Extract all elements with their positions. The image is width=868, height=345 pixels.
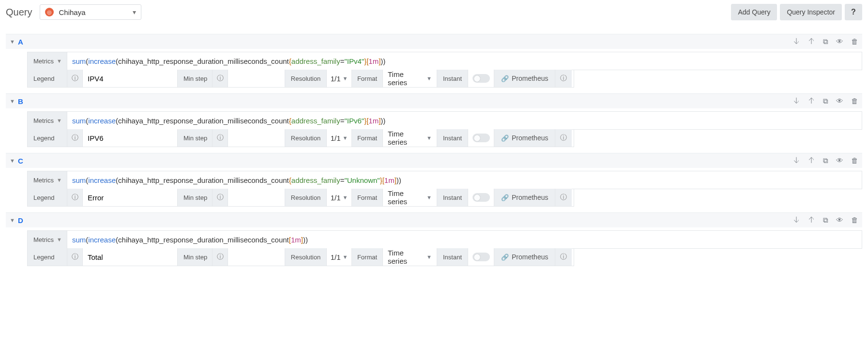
metrics-row: Metrics▼ sum(increase(chihaya_http_respo… — [27, 171, 862, 189]
minstep-input[interactable] — [228, 189, 285, 206]
resolution-select[interactable]: 1/1▼ — [327, 189, 352, 206]
minstep-input[interactable] — [228, 129, 285, 147]
minstep-label: Min step — [178, 70, 213, 87]
query-collapse-toggle[interactable]: ▼ B — [10, 97, 23, 105]
metrics-label[interactable]: Metrics▼ — [28, 171, 67, 189]
duplicate-icon[interactable]: ⧉ — [823, 97, 828, 105]
legend-input-wrap — [83, 248, 178, 266]
query-collapse-toggle[interactable]: ▼ C — [10, 157, 23, 165]
minstep-info-icon[interactable]: ⓘ — [213, 70, 228, 87]
resolution-label: Resolution — [285, 248, 327, 266]
format-select[interactable]: Time series▼ — [383, 248, 437, 266]
prometheus-link[interactable]: 🔗Prometheus — [494, 70, 555, 87]
trailing-info-icon[interactable]: ⓘ — [555, 248, 572, 266]
legend-info-icon[interactable]: ⓘ — [67, 248, 83, 266]
toggle-visibility-icon[interactable]: 👁 — [836, 156, 843, 165]
metrics-label[interactable]: Metrics▼ — [28, 112, 67, 129]
query-collapse-toggle[interactable]: ▼ A — [10, 38, 23, 46]
minstep-info-icon[interactable]: ⓘ — [213, 129, 228, 147]
instant-toggle[interactable] — [472, 134, 490, 142]
move-up-icon[interactable]: 🡡 — [808, 156, 815, 165]
minstep-info-icon[interactable]: ⓘ — [213, 248, 228, 266]
toggle-visibility-icon[interactable]: 👁 — [836, 97, 843, 105]
query-row-C: ▼ C 🡣 🡡 ⧉ 👁 🗑 Metrics▼ sum(increase(chih… — [6, 153, 862, 212]
prometheus-link[interactable]: 🔗Prometheus — [494, 248, 555, 266]
legend-label: Legend — [28, 129, 67, 147]
query-collapse-toggle[interactable]: ▼ D — [10, 216, 23, 225]
toggle-visibility-icon[interactable]: 👁 — [836, 37, 843, 46]
format-select[interactable]: Time series▼ — [383, 129, 437, 147]
chevron-down-icon: ▼ — [426, 75, 432, 81]
metrics-expression-input[interactable]: sum(increase(chihaya_http_response_durat… — [67, 231, 862, 248]
metrics-label[interactable]: Metrics▼ — [28, 231, 67, 248]
delete-icon[interactable]: 🗑 — [851, 156, 858, 165]
chevron-down-icon: ▾ — [133, 8, 136, 16]
metrics-row: Metrics▼ sum(increase(chihaya_http_respo… — [27, 230, 862, 249]
move-up-icon[interactable]: 🡡 — [808, 97, 815, 105]
external-link-icon: 🔗 — [501, 254, 509, 261]
legend-info-icon[interactable]: ⓘ — [67, 70, 83, 87]
minstep-input-wrap — [228, 70, 285, 87]
query-letter: B — [18, 97, 23, 105]
legend-input-wrap — [83, 189, 178, 206]
query-header: ▼ D 🡣 🡡 ⧉ 👁 🗑 — [6, 213, 862, 227]
prometheus-link[interactable]: 🔗Prometheus — [494, 129, 555, 147]
duplicate-icon[interactable]: ⧉ — [823, 156, 828, 165]
legend-input[interactable] — [83, 70, 177, 87]
move-down-icon[interactable]: 🡣 — [793, 216, 800, 225]
query-body: Metrics▼ sum(increase(chihaya_http_respo… — [6, 111, 862, 153]
minstep-info-icon[interactable]: ⓘ — [213, 189, 228, 206]
metrics-label[interactable]: Metrics▼ — [28, 52, 67, 70]
query-body: Metrics▼ sum(increase(chihaya_http_respo… — [6, 171, 862, 212]
trailing-info-icon[interactable]: ⓘ — [555, 189, 572, 206]
metrics-expression-input[interactable]: sum(increase(chihaya_http_response_durat… — [67, 112, 862, 129]
instant-toggle-wrap — [468, 129, 494, 147]
resolution-select[interactable]: 1/1▼ — [327, 70, 352, 87]
query-actions: 🡣 🡡 ⧉ 👁 🗑 — [793, 97, 858, 105]
delete-icon[interactable]: 🗑 — [851, 37, 858, 46]
datasource-picker[interactable]: ◎ Chihaya ▾ — [40, 4, 141, 20]
help-button[interactable]: ? — [845, 4, 862, 20]
datasource-icon: ◎ — [45, 8, 54, 16]
add-query-button[interactable]: Add Query — [731, 4, 777, 20]
delete-icon[interactable]: 🗑 — [851, 216, 858, 225]
move-down-icon[interactable]: 🡣 — [793, 37, 800, 46]
query-header: ▼ B 🡣 🡡 ⧉ 👁 🗑 — [6, 94, 862, 108]
chevron-down-icon: ▼ — [342, 195, 348, 200]
legend-input[interactable] — [83, 248, 177, 266]
move-up-icon[interactable]: 🡡 — [808, 216, 815, 225]
query-inspector-button[interactable]: Query Inspector — [780, 4, 842, 20]
duplicate-icon[interactable]: ⧉ — [823, 37, 828, 46]
instant-label: Instant — [437, 70, 468, 87]
prometheus-link[interactable]: 🔗Prometheus — [494, 189, 555, 206]
legend-input-wrap — [83, 129, 178, 147]
instant-toggle[interactable] — [472, 253, 490, 261]
move-up-icon[interactable]: 🡡 — [808, 37, 815, 46]
metrics-expression-input[interactable]: sum(increase(chihaya_http_response_durat… — [67, 52, 862, 70]
instant-toggle[interactable] — [472, 193, 490, 202]
delete-icon[interactable]: 🗑 — [851, 97, 858, 105]
minstep-input[interactable] — [228, 248, 285, 266]
trailing-info-icon[interactable]: ⓘ — [555, 129, 572, 147]
toggle-visibility-icon[interactable]: 👁 — [836, 216, 843, 225]
resolution-select[interactable]: 1/1▼ — [327, 248, 352, 266]
trailing-info-icon[interactable]: ⓘ — [555, 70, 572, 87]
format-select[interactable]: Time series▼ — [383, 189, 437, 206]
resolution-select[interactable]: 1/1▼ — [327, 129, 352, 147]
chevron-down-icon: ▼ — [426, 135, 432, 141]
move-down-icon[interactable]: 🡣 — [793, 156, 800, 165]
chevron-down-icon: ▼ — [57, 177, 62, 183]
legend-info-icon[interactable]: ⓘ — [67, 129, 83, 147]
query-row-D: ▼ D 🡣 🡡 ⧉ 👁 🗑 Metrics▼ sum(increase(chih… — [6, 212, 862, 272]
metrics-expression-input[interactable]: sum(increase(chihaya_http_response_durat… — [67, 171, 862, 189]
minstep-input[interactable] — [228, 70, 285, 87]
duplicate-icon[interactable]: ⧉ — [823, 216, 828, 225]
format-label: Format — [352, 248, 383, 266]
format-select[interactable]: Time series▼ — [383, 70, 437, 87]
legend-input[interactable] — [83, 129, 177, 147]
move-down-icon[interactable]: 🡣 — [793, 97, 800, 105]
metrics-row: Metrics▼ sum(increase(chihaya_http_respo… — [27, 52, 862, 70]
instant-toggle[interactable] — [472, 74, 490, 83]
legend-info-icon[interactable]: ⓘ — [67, 189, 83, 206]
legend-input[interactable] — [83, 189, 177, 206]
